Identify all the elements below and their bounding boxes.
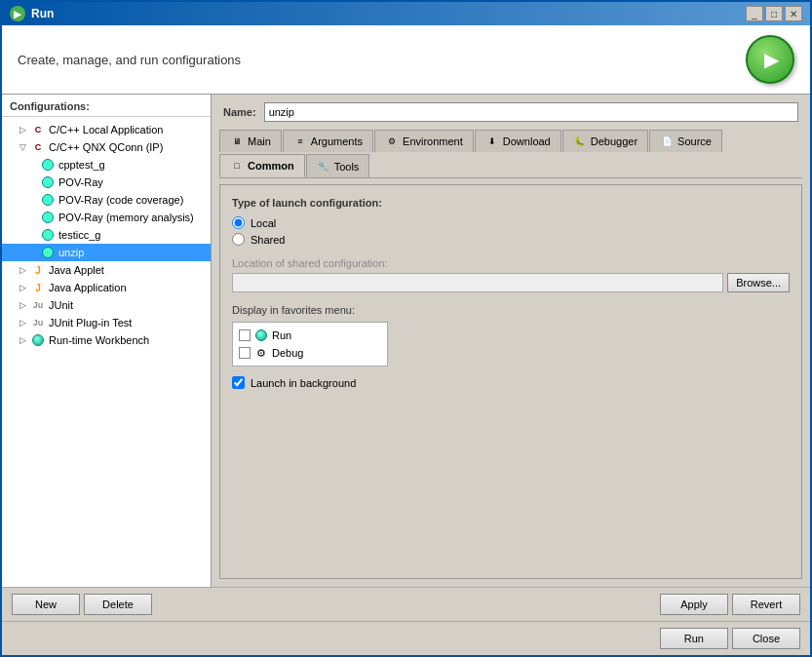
launch-bg-checkbox[interactable] [232,376,245,389]
tab-debugger[interactable]: 🐛 Debugger [562,130,648,152]
item-icon-povray-mem [41,211,55,224]
run-dialog: ▶ Run _ □ ✕ Create, manage, and run conf… [0,0,812,657]
fav-run-icon [254,328,268,342]
apply-button[interactable]: Apply [660,594,728,615]
junit-icon: Ju [31,298,45,312]
args-icon: ≡ [293,135,307,148]
delete-button[interactable]: Delete [84,594,152,615]
runtime-wb-icon [31,333,45,347]
tab-download-label: Download [503,135,551,147]
main-content: Configurations: ▷ C C/C++ Local Applicat… [2,95,810,587]
main-icon: 🖥 [230,135,244,148]
tab-main[interactable]: 🖥 Main [219,130,282,152]
tree-item-cpp-local[interactable]: ▷ C C/C++ Local Application [2,121,211,138]
tab-common[interactable]: □ Common [219,154,305,177]
tree-item-cpp-qnx[interactable]: ▽ C C/C++ QNX QConn (IP) [2,138,211,156]
radio-local[interactable]: Local [232,216,790,229]
new-button[interactable]: New [12,594,80,615]
item-icon-povray [41,175,55,189]
tab-arguments-label: Arguments [311,135,363,147]
name-input[interactable] [264,102,798,122]
tree-label-java-app: Java Application [49,282,127,293]
tree-item-povray-cc[interactable]: POV-Ray (code coverage) [2,191,211,209]
close-button-bottom[interactable]: Close [732,628,800,649]
browse-button[interactable]: Browse... [727,273,790,292]
favorites-box: Run ⚙ Debug [232,322,388,367]
tab-main-label: Main [248,135,271,147]
item-icon-unzip [41,246,55,259]
tree-item-povray-mem[interactable]: POV-Ray (memory analysis) [2,209,211,226]
bottom-bar: New Delete Apply Revert [2,587,810,621]
header-title: Create, manage, and run configurations [18,53,241,67]
item-icon-testicc [41,228,55,242]
window-title: Run [31,7,54,20]
right-panel: Name: 🖥 Main ≡ Arguments ⚙ Environment [212,95,810,587]
java-app-icon: J [31,281,45,294]
tree-area[interactable]: ▷ C C/C++ Local Application ▽ C C/C++ QN… [2,117,211,587]
tree-item-testicc[interactable]: testicc_g [2,226,211,244]
tab-source-label: Source [677,135,712,147]
shared-location-input[interactable] [232,273,723,292]
launch-bg-label: Launch in background [251,377,356,389]
run-button[interactable]: Run [660,628,728,649]
radio-shared-label: Shared [251,234,285,246]
revert-button[interactable]: Revert [732,594,800,615]
radio-shared[interactable]: Shared [232,233,790,246]
fav-run-checkbox[interactable] [239,329,251,341]
bottom-right: Apply Revert [660,594,800,615]
left-panel: Configurations: ▷ C C/C++ Local Applicat… [2,95,212,587]
tab-tools-label: Tools [334,161,360,173]
tab-download[interactable]: ⬇ Download [475,130,561,152]
env-icon: ⚙ [385,135,399,148]
tree-label-povray-mem: POV-Ray (memory analysis) [58,212,194,223]
expand-icon-java-app: ▷ [18,283,27,292]
expand-icon-java-applet: ▷ [18,265,27,275]
radio-local-input[interactable] [232,216,245,229]
tab-debugger-label: Debugger [591,135,638,147]
tree-item-unzip[interactable]: unzip [2,244,211,261]
maximize-button[interactable]: □ [765,6,783,21]
tabs-bar: 🖥 Main ≡ Arguments ⚙ Environment ⬇ Downl… [219,128,802,178]
cpp-icon: C [31,123,45,136]
run-icon-button[interactable] [746,35,794,84]
tree-item-java-applet[interactable]: ▷ J Java Applet [2,261,211,279]
content-panel: Type of launch configuration: Local Shar… [219,184,802,579]
junit-plugin-icon: Ju [31,316,45,329]
tree-label-povray: POV-Ray [58,176,103,188]
bug-icon: 🐛 [573,135,587,148]
tab-environment[interactable]: ⚙ Environment [374,130,474,152]
item-icon-povray-cc [41,193,55,207]
minimize-button[interactable]: _ [746,6,763,21]
tree-item-runtime-wb[interactable]: ▷ Run-time Workbench [2,331,211,349]
tab-source[interactable]: 📄 Source [649,130,722,152]
close-button[interactable]: ✕ [785,6,802,21]
tree-label-runtime-wb: Run-time Workbench [49,334,149,346]
expand-icon-junit-plugin: ▷ [18,318,27,328]
shared-location-row: Browse... [232,273,790,292]
tab-common-label: Common [248,160,294,172]
tree-label-junit: JUnit [49,299,73,311]
launch-type-group: Local Shared [232,216,790,246]
tree-item-povray[interactable]: POV-Ray [2,174,211,191]
tree-item-cpptest[interactable]: cpptest_g [2,156,211,174]
item-icon-cpptest [41,158,55,172]
tree-item-java-app[interactable]: ▷ J Java Application [2,279,211,296]
title-bar-controls: _ □ ✕ [746,6,802,21]
tab-arguments[interactable]: ≡ Arguments [283,130,373,152]
shared-location-label: Location of shared configuration: [232,257,790,269]
radio-local-label: Local [251,217,276,229]
tree-item-junit-plugin[interactable]: ▷ Ju JUnit Plug-in Test [2,314,211,331]
favorites-title: Display in favorites menu: [232,304,790,316]
launch-bg-row[interactable]: Launch in background [232,376,790,389]
tree-label-cpp-qnx: C/C++ QNX QConn (IP) [49,141,163,153]
download-icon: ⬇ [485,135,499,148]
tree-item-junit[interactable]: ▷ Ju JUnit [2,296,211,314]
fav-debug-checkbox[interactable] [239,347,251,359]
tab-tools[interactable]: 🔧 Tools [306,154,370,177]
tools-icon: 🔧 [317,160,330,174]
radio-shared-input[interactable] [232,233,245,246]
common-icon: □ [230,159,244,173]
tree-label-cpptest: cpptest_g [58,159,105,171]
fav-debug[interactable]: ⚙ Debug [237,344,383,362]
fav-run[interactable]: Run [237,327,383,344]
